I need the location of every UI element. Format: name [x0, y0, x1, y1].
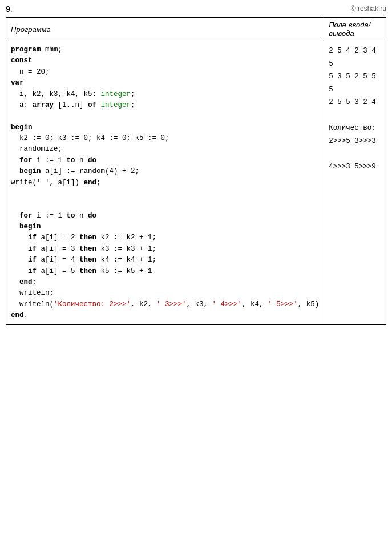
- if4-line: if a[i] = 5 then k5 := k5 + 1: [11, 266, 319, 277]
- n-def: n = 20;: [11, 67, 319, 78]
- output-line-8: 4>>>3 5>>>9: [329, 160, 381, 174]
- output-line-4: [329, 109, 381, 122]
- for1-line: for i := 1 to n do: [11, 155, 319, 166]
- var-label: var: [11, 78, 319, 89]
- var1-line: i, k2, k3, k4, k5: integer;: [11, 89, 319, 100]
- const-label: const: [11, 55, 319, 66]
- code-cell: program mmm; const n = 20; var i, k2, k3…: [6, 41, 324, 325]
- write1-line: write(' ', a[i]) end;: [11, 178, 319, 188]
- if1-line: if a[i] = 2 then k2 := k2 + 1;: [11, 232, 319, 243]
- blank-line2: [11, 188, 319, 199]
- page-container: 9. © reshak.ru Программа Поле ввода/выво…: [0, 0, 392, 330]
- for2-line: for i := 1 to n do: [11, 211, 319, 222]
- output-line-2: 5 3 5 2 5 5 5: [329, 70, 381, 96]
- output-line-1: 2 5 4 2 3 4 5: [329, 45, 381, 70]
- output-line-5: Количество:: [329, 122, 381, 135]
- output-line-6: 2>>>5 3>>>3: [329, 135, 381, 148]
- if3-line: if a[i] = 4 then k4 := k4 + 1;: [11, 255, 319, 266]
- writeln2-line: writeln('Количество: 2>>>', k2, ' 3>>>',…: [11, 299, 319, 310]
- end1-line: end;: [11, 277, 319, 288]
- randomize-line: randomize;: [11, 144, 319, 155]
- var2-line: a: array [1..n] of integer;: [11, 100, 319, 111]
- end-dot-line: end.: [11, 310, 319, 321]
- output-cell: 2 5 4 2 3 4 5 5 3 5 2 5 5 5 2 5 5 3 2 4 …: [324, 41, 386, 325]
- if2-line: if a[i] = 3 then k3 := k3 + 1;: [11, 244, 319, 255]
- blank-line1: [11, 111, 319, 122]
- program-line: program mmm;: [11, 45, 319, 55]
- output-line-7: [329, 147, 381, 160]
- problem-number: 9.: [6, 5, 13, 14]
- col1-header: Программа: [6, 18, 324, 41]
- begin-label: begin: [11, 122, 319, 133]
- init-line: k2 := 0; k3 := 0; k4 := 0; k5 := 0;: [11, 133, 319, 144]
- blank-line3: [11, 199, 319, 210]
- writeln1-line: writeln;: [11, 288, 319, 299]
- col2-header: Поле ввода/вывода: [324, 18, 386, 41]
- begin1-line: begin a[i] := random(4) + 2;: [11, 166, 319, 177]
- problem-header: 9. © reshak.ru: [6, 5, 386, 14]
- main-table: Программа Поле ввода/вывода program mmm;…: [6, 17, 386, 325]
- output-line-3: 2 5 5 3 2 4: [329, 96, 381, 109]
- site-label: © reshak.ru: [351, 5, 386, 14]
- begin2-line: begin: [11, 222, 319, 232]
